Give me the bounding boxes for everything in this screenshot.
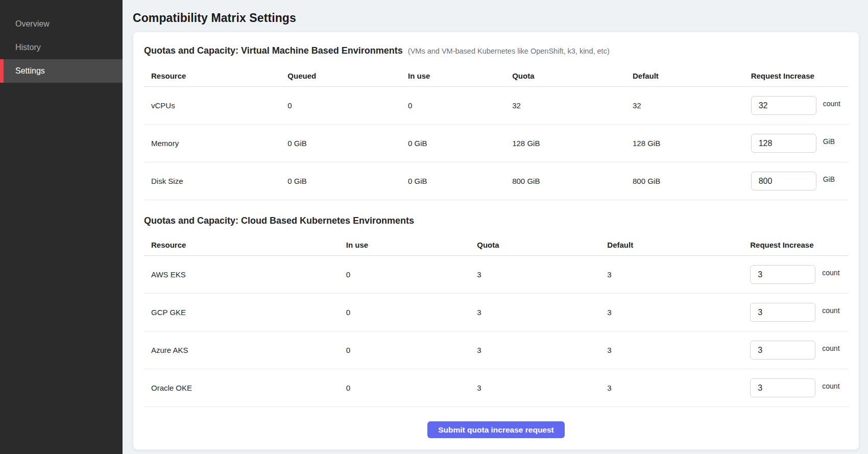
k8s-table-header: Resource In use Quota Default Request In… [144,234,848,256]
table-row-vcpus: vCPUs 0 0 32 32 count [144,87,848,125]
unit-label: GiB [823,137,835,146]
table-row-aws-eks: AWS EKS 0 3 3 count [144,256,848,294]
cell-default: 3 [607,384,750,392]
vm-section-header: Quotas and Capacity: Virtual Machine Bas… [144,45,848,56]
column-header-request-increase: Request Increase [750,241,848,249]
request-increase-input-gcp-gke[interactable] [750,303,815,322]
table-row-gcp-gke: GCP GKE 0 3 3 count [144,294,848,331]
cell-resource: vCPUs [144,101,287,110]
cell-default: 3 [607,308,750,317]
cell-queued: 0 GiB [287,139,408,148]
unit-label: count [822,382,839,390]
cell-request-increase: GiB [751,172,848,190]
vm-section-title: Quotas and Capacity: Virtual Machine Bas… [144,45,403,56]
cell-request-increase: count [751,96,848,115]
cell-request-increase: count [750,303,848,322]
unit-label: count [822,269,839,277]
request-increase-input-oracle-oke[interactable] [750,378,815,397]
cell-resource: Disk Size [144,177,287,185]
unit-label: GiB [823,175,835,183]
unit-label: count [822,344,839,352]
cell-in-use: 0 [346,308,477,317]
cell-queued: 0 GiB [287,177,408,185]
sidebar-item-label: History [15,43,41,52]
vm-quotas-section: Quotas and Capacity: Virtual Machine Bas… [144,45,848,200]
vm-table-header: Resource Queued In use Quota Default Req… [144,65,848,87]
main-content: Compatibility Matrix Settings Quotas and… [123,0,868,454]
cell-in-use: 0 [408,101,512,110]
cell-quota: 128 GiB [512,139,633,148]
cell-in-use: 0 GiB [408,177,512,185]
column-header-quota: Quota [512,71,633,80]
k8s-section-header: Quotas and Capacity: Cloud Based Kuberne… [144,216,848,226]
cell-default: 800 GiB [633,177,751,185]
sidebar-item-label: Settings [15,66,45,76]
sidebar-item-settings[interactable]: Settings [0,59,123,83]
submit-quota-increase-button[interactable]: Submit quota increase request [427,421,565,438]
cell-in-use: 0 GiB [408,139,512,148]
cell-quota: 32 [512,101,633,110]
table-row-azure-aks: Azure AKS 0 3 3 count [144,331,848,369]
request-increase-input-azure-aks[interactable] [750,341,815,360]
cell-queued: 0 [287,101,408,110]
settings-card: Quotas and Capacity: Virtual Machine Bas… [133,32,859,450]
column-header-default: Default [607,241,750,249]
cell-quota: 3 [477,346,607,354]
sidebar-item-history[interactable]: History [0,36,123,59]
unit-label: count [823,100,840,108]
cell-resource: Memory [144,139,287,148]
request-increase-input-aws-eks[interactable] [750,265,815,284]
cell-resource: Oracle OKE [144,384,346,392]
sidebar-item-overview[interactable]: Overview [0,12,123,36]
vm-section-subtitle: (VMs and VM-based Kubernetes like OpenSh… [408,47,610,55]
unit-label: count [822,306,839,315]
cell-default: 128 GiB [633,139,751,148]
column-header-resource: Resource [144,71,287,80]
column-header-in-use: In use [346,241,477,249]
cell-default: 32 [633,101,751,110]
sidebar-item-label: Overview [15,19,50,29]
page-title: Compatibility Matrix Settings [133,10,859,26]
cell-quota: 3 [477,308,607,317]
submit-row: Submit quota increase request [144,421,848,438]
column-header-in-use: In use [408,71,512,80]
table-row-disk-size: Disk Size 0 GiB 0 GiB 800 GiB 800 GiB Gi… [144,162,848,200]
cell-in-use: 0 [346,346,477,354]
cell-in-use: 0 [346,270,477,279]
request-increase-input-disk-size[interactable] [751,172,816,190]
cell-resource: Azure AKS [144,346,346,354]
cell-request-increase: GiB [751,134,848,153]
table-row-memory: Memory 0 GiB 0 GiB 128 GiB 128 GiB GiB [144,125,848,162]
table-row-oracle-oke: Oracle OKE 0 3 3 count [144,369,848,407]
cell-resource: GCP GKE [144,308,346,317]
sidebar: Overview History Settings [0,0,123,454]
cell-request-increase: count [750,341,848,360]
active-indicator [0,59,4,83]
cell-default: 3 [607,346,750,354]
cell-quota: 800 GiB [512,177,633,185]
column-header-resource: Resource [144,241,346,249]
column-header-quota: Quota [477,241,607,249]
cell-resource: AWS EKS [144,270,346,279]
column-header-default: Default [633,71,751,80]
request-increase-input-vcpus[interactable] [751,96,816,115]
k8s-section-title: Quotas and Capacity: Cloud Based Kuberne… [144,216,414,226]
k8s-quotas-section: Quotas and Capacity: Cloud Based Kuberne… [144,216,848,407]
sidebar-nav: Overview History Settings [0,12,123,83]
cell-request-increase: count [750,265,848,284]
cell-request-increase: count [750,378,848,397]
column-header-queued: Queued [287,71,408,80]
cell-in-use: 0 [346,384,477,392]
cell-default: 3 [607,270,750,279]
request-increase-input-memory[interactable] [751,134,816,153]
cell-quota: 3 [477,384,607,392]
column-header-request-increase: Request Increase [751,71,848,80]
cell-quota: 3 [477,270,607,279]
